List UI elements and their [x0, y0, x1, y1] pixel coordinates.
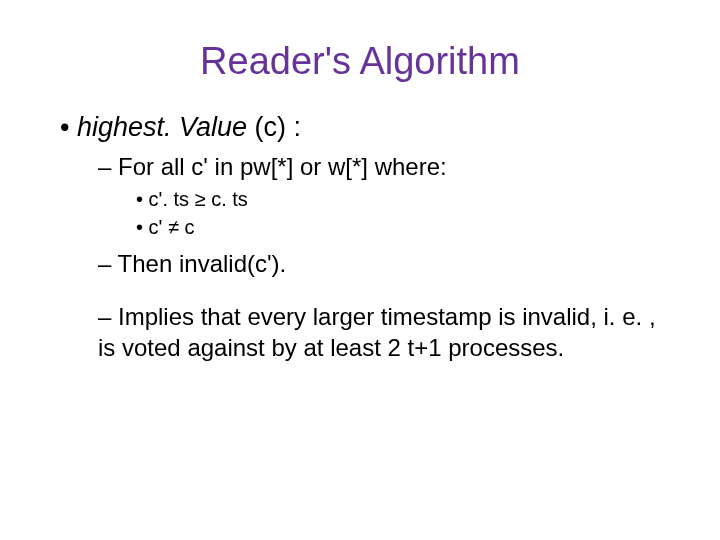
bullet-text: Implies that every larger timestamp is i…	[98, 303, 656, 361]
bullet-item: For all c' in pw[*] or w[*] where: c'. t…	[98, 151, 670, 240]
bullet-item: Then invalid(c').	[98, 248, 670, 279]
slide: Reader's Algorithm highest. Value (c) : …	[0, 0, 720, 540]
bullet-text: c'. ts ≥ c. ts	[149, 188, 248, 210]
bullet-text-italic: highest. Value	[77, 112, 247, 142]
bullet-item: c'. ts ≥ c. ts	[136, 186, 670, 212]
bullet-list-level1: highest. Value (c) : For all c' in pw[*]…	[60, 111, 670, 364]
spacer	[98, 283, 670, 301]
bullet-item: highest. Value (c) : For all c' in pw[*]…	[60, 111, 670, 364]
bullet-item: c' ≠ c	[136, 214, 670, 240]
bullet-item: Implies that every larger timestamp is i…	[98, 301, 670, 363]
bullet-text: For all c' in pw[*] or w[*] where:	[118, 153, 447, 180]
bullet-text: c' ≠ c	[149, 216, 195, 238]
bullet-text: Then invalid(c').	[118, 250, 287, 277]
slide-title: Reader's Algorithm	[50, 40, 670, 83]
bullet-text: (c) :	[247, 112, 301, 142]
bullet-list-level2: For all c' in pw[*] or w[*] where: c'. t…	[98, 151, 670, 364]
bullet-list-level3: c'. ts ≥ c. ts c' ≠ c	[136, 186, 670, 240]
